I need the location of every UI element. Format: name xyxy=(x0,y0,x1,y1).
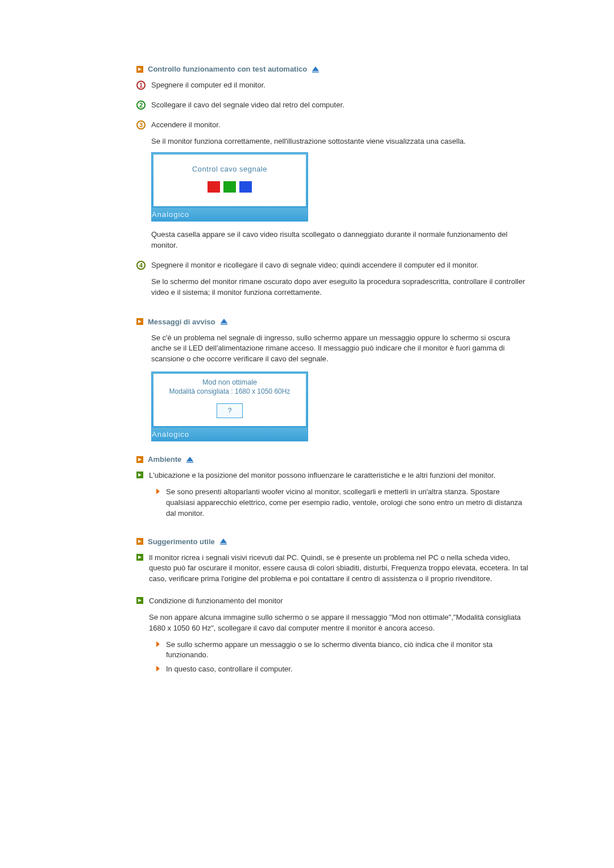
step-number-4-icon: 4 xyxy=(136,261,146,270)
play-bullet-icon xyxy=(136,66,143,73)
back-to-top-icon[interactable] xyxy=(186,456,194,463)
bullet-text: L'ubicazione e la posizione del monitor … xyxy=(149,470,529,481)
heading-text: Messaggi di avviso xyxy=(148,318,215,326)
heading-text: Controllo funzionamento con test automat… xyxy=(148,65,307,73)
chevron-right-icon xyxy=(156,641,161,647)
sub-list: Se sono presenti altoparlanti woofer vic… xyxy=(156,487,529,519)
bullet-text: Il monitor ricrea i segnali visivi ricev… xyxy=(149,553,529,585)
svg-rect-3 xyxy=(312,72,319,73)
heading-useful-tip: Suggerimento utile xyxy=(136,537,529,546)
chevron-right-icon xyxy=(156,666,161,671)
step-description: Questa casella appare se il cavo video r… xyxy=(151,229,529,251)
illustration-footer: Analogico xyxy=(152,208,308,221)
step-row: 1 Spegnere il computer ed il monitor. xyxy=(136,80,529,97)
illustration-not-optimal-mode: Mod non ottimale Modalità consigliata : … xyxy=(151,372,308,441)
svg-marker-10 xyxy=(186,457,193,461)
step-description: Se il monitor funziona correttamente, ne… xyxy=(151,136,529,147)
play-bullet-icon xyxy=(136,456,143,463)
square-bullet-icon xyxy=(136,471,143,478)
square-bullet-icon xyxy=(136,554,143,561)
heading-text: Suggerimento utile xyxy=(148,537,215,546)
question-box: ? xyxy=(217,403,243,418)
sub-item: In questo caso, controllare il computer. xyxy=(156,664,529,675)
illustration-footer: Analogico xyxy=(152,428,308,441)
heading-environment: Ambiente xyxy=(136,455,529,464)
heading-warning-messages: Messaggi di avviso xyxy=(136,318,529,326)
step-row: 3 Accendere il monitor. Se il monitor fu… xyxy=(136,120,529,257)
bullet-item: L'ubicazione e la posizione del monitor … xyxy=(136,470,529,523)
bullet-paragraph: Se non appare alcuna immagine sullo sche… xyxy=(149,612,529,634)
paragraph: Se c'è un problema nel segnale di ingres… xyxy=(151,333,529,365)
step-text: Spegnere il computer ed il monitor. xyxy=(151,80,529,91)
illustration-title: Control cavo segnale xyxy=(159,165,300,173)
step-text: Scollegare il cavo del segnale video dal… xyxy=(151,100,529,111)
step-number-1-icon: 1 xyxy=(136,81,146,90)
back-to-top-icon[interactable] xyxy=(312,66,320,73)
numbered-steps: 1 Spegnere il computer ed il monitor. 2 … xyxy=(136,80,529,304)
sub-item-text: In questo caso, controllare il computer. xyxy=(166,664,529,675)
step-row: 2 Scollegare il cavo del segnale video d… xyxy=(136,100,529,116)
step-number-3-icon: 3 xyxy=(136,120,146,130)
heading-text: Ambiente xyxy=(148,455,181,464)
sub-item-text: Se sono presenti altoparlanti woofer vic… xyxy=(166,487,529,519)
bullet-text: Condizione di funzionamento del monitor xyxy=(149,596,529,607)
sub-list: Se sullo schermo appare un messaggio o s… xyxy=(156,640,529,675)
bullet-item: Il monitor ricrea i segnali visivi ricev… xyxy=(136,553,529,591)
step-row: 4 Spegnere il monitor e ricollegare il c… xyxy=(136,260,529,304)
sub-item: Se sono presenti altoparlanti woofer vic… xyxy=(156,487,529,519)
svg-rect-7 xyxy=(221,324,227,325)
step-number-2-icon: 2 xyxy=(136,101,146,110)
rgb-squares xyxy=(159,181,300,193)
square-bullet-icon xyxy=(136,597,143,604)
section-body: Se c'è un problema nel segnale di ingres… xyxy=(151,333,529,442)
chevron-right-icon xyxy=(156,489,161,494)
svg-marker-17 xyxy=(220,539,227,543)
heading-auto-test: Controllo funzionamento con test automat… xyxy=(136,65,529,73)
play-bullet-icon xyxy=(136,318,143,325)
svg-rect-18 xyxy=(220,544,227,545)
back-to-top-icon[interactable] xyxy=(219,538,227,545)
svg-marker-23 xyxy=(156,641,160,647)
svg-rect-11 xyxy=(186,462,193,463)
svg-marker-14 xyxy=(156,489,160,494)
step-text: Accendere il monitor. xyxy=(151,120,529,131)
svg-marker-6 xyxy=(221,319,227,323)
svg-marker-2 xyxy=(312,66,319,71)
svg-marker-24 xyxy=(156,666,160,671)
sub-item: Se sullo schermo appare un messaggio o s… xyxy=(156,640,529,661)
illustration-line2: Modalità consigliata : 1680 x 1050 60Hz xyxy=(159,387,300,395)
play-bullet-icon xyxy=(136,538,143,545)
step-description: Se lo schermo del monitor rimane oscurat… xyxy=(151,277,529,298)
step-text: Spegnere il monitor e ricollegare il cav… xyxy=(151,260,529,271)
sub-item-text: Se sullo schermo appare un messaggio o s… xyxy=(166,640,529,661)
bullet-item: Condizione di funzionamento del monitor … xyxy=(136,596,529,679)
back-to-top-icon[interactable] xyxy=(220,318,228,325)
illustration-signal-cable: Control cavo segnale Analogico xyxy=(151,152,308,222)
illustration-line1: Mod non ottimale xyxy=(159,378,300,386)
